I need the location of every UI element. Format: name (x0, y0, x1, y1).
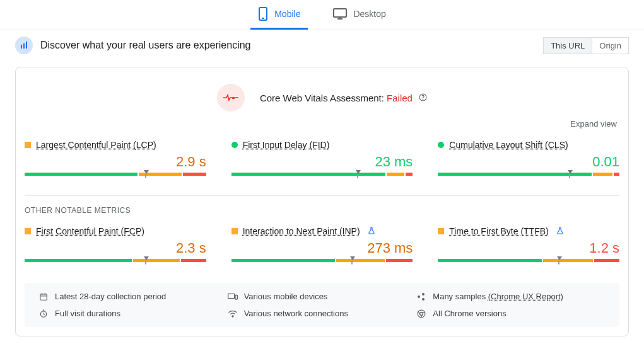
lcp-link[interactable]: Largest Contentful Paint (LCP) (36, 140, 156, 150)
inp-link[interactable]: Interaction to Next Paint (INP) (243, 226, 360, 236)
tab-mobile[interactable]: Mobile (250, 0, 308, 30)
info-versions-text: All Chrome versions (433, 309, 506, 318)
chrome-icon (416, 309, 426, 318)
cls-value: 0.01 (438, 154, 619, 170)
scope-this-url[interactable]: This URL (544, 38, 592, 54)
wifi-icon (228, 310, 238, 318)
info-durations: Full visit durations (38, 309, 228, 318)
scope-origin[interactable]: Origin (592, 38, 628, 54)
info-networks-text: Various network connections (244, 309, 348, 318)
ttfb-value: 1.2 s (438, 240, 619, 256)
svg-point-19 (422, 298, 424, 301)
fcp-link[interactable]: First Contentful Paint (FCP) (36, 226, 144, 236)
lcp-value: 2.9 s (25, 154, 206, 170)
help-icon[interactable] (419, 93, 427, 101)
device-tabs: Mobile Desktop (0, 0, 644, 30)
info-samples-text: Many samples (Chrome UX Report) (433, 292, 563, 301)
metric-cls: Cumulative Layout Shift (CLS) 0.01 (438, 140, 619, 181)
svg-point-24 (232, 316, 233, 317)
svg-rect-11 (40, 294, 47, 299)
collection-info-box: Latest 28-day collection period Various … (25, 283, 619, 327)
samples-icon (416, 292, 426, 301)
other-metrics-label: OTHER NOTABLE METRICS (16, 196, 628, 215)
info-versions: All Chrome versions (416, 309, 606, 318)
inp-status-icon (231, 228, 238, 234)
svg-rect-5 (21, 45, 22, 49)
fcp-value: 2.3 s (25, 240, 206, 256)
ttfb-status-icon (438, 228, 444, 234)
scope-toggle: This URL Origin (543, 37, 629, 54)
ttfb-distribution-bar (438, 259, 619, 268)
info-durations-text: Full visit durations (55, 309, 120, 318)
field-data-card: Core Web Vitals Assessment: Failed Expan… (15, 67, 629, 336)
inp-distribution-bar (231, 259, 413, 268)
desktop-icon (333, 8, 347, 20)
cls-link[interactable]: Cumulative Layout Shift (CLS) (449, 140, 568, 150)
calendar-icon (38, 292, 49, 301)
info-devices: Various mobile devices (228, 292, 417, 301)
assessment-status: Failed (387, 93, 413, 103)
metric-fcp: First Contentful Paint (FCP) 2.3 s (25, 226, 206, 268)
crux-report-link[interactable]: (Chrome UX Report) (488, 292, 563, 301)
inp-experimental-icon (368, 227, 375, 236)
tab-desktop-label: Desktop (353, 9, 385, 19)
tab-mobile-label: Mobile (274, 9, 300, 19)
clock-icon (38, 309, 49, 318)
info-devices-text: Various mobile devices (244, 292, 328, 301)
fcp-status-icon (25, 228, 31, 234)
fid-status-icon (231, 142, 238, 148)
svg-rect-7 (26, 42, 27, 49)
svg-rect-16 (235, 295, 237, 299)
lcp-distribution-bar (25, 173, 206, 181)
insights-icon (15, 37, 33, 54)
metric-ttfb: Time to First Byte (TTFB) 1.2 s (438, 226, 619, 268)
lcp-status-icon (25, 142, 31, 148)
svg-rect-6 (23, 43, 25, 49)
fid-value: 23 ms (231, 154, 413, 170)
pulse-icon (217, 84, 245, 112)
assessment-prefix: Core Web Vitals Assessment: (260, 93, 387, 103)
devices-icon (228, 292, 238, 301)
fid-distribution-bar (231, 173, 413, 181)
inp-value: 273 ms (231, 240, 413, 256)
info-period: Latest 28-day collection period (38, 292, 228, 301)
svg-point-18 (422, 293, 424, 295)
svg-point-17 (418, 295, 420, 298)
tab-desktop[interactable]: Desktop (325, 0, 393, 30)
info-period-text: Latest 28-day collection period (55, 292, 166, 301)
svg-rect-15 (228, 294, 234, 298)
ttfb-experimental-icon (556, 227, 564, 236)
svg-rect-2 (334, 9, 346, 17)
info-networks: Various network connections (228, 309, 417, 318)
metric-lcp: Largest Contentful Paint (LCP) 2.9 s (25, 140, 206, 181)
svg-line-22 (44, 314, 45, 314)
cls-status-icon (438, 142, 444, 148)
fcp-distribution-bar (25, 259, 206, 268)
info-samples: Many samples (Chrome UX Report) (416, 292, 606, 301)
assessment-text: Core Web Vitals Assessment: Failed (260, 93, 427, 103)
fid-link[interactable]: First Input Delay (FID) (243, 140, 330, 150)
page-title: Discover what your real users are experi… (40, 40, 250, 51)
metric-inp: Interaction to Next Paint (INP) 273 ms (231, 226, 413, 268)
mobile-icon (258, 7, 268, 21)
cls-distribution-bar (438, 173, 619, 181)
metric-fid: First Input Delay (FID) 23 ms (231, 140, 413, 181)
expand-view-link[interactable]: Expand view (16, 112, 628, 129)
svg-point-10 (423, 99, 423, 100)
ttfb-link[interactable]: Time to First Byte (TTFB) (449, 226, 548, 236)
